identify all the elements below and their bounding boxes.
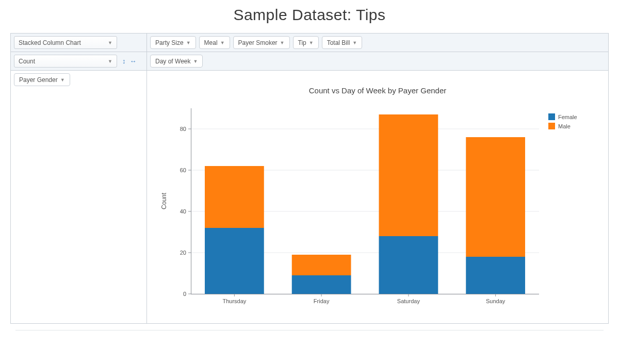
row-field-label: Day of Week (155, 58, 190, 65)
series-field-pill[interactable]: Payer Gender ▼ (14, 73, 70, 86)
svg-text:Sunday: Sunday (486, 298, 506, 304)
chevron-down-icon: ▼ (352, 40, 357, 45)
row-fields-area[interactable]: Day of Week ▼ (147, 52, 608, 71)
legend: FemaleMale (548, 113, 577, 129)
column-field-pill[interactable]: Meal▼ (199, 36, 230, 49)
pivot-ui: Stacked Column Chart ▼ Party Size▼Meal▼P… (10, 33, 609, 324)
chart-area: Count vs Day of Week by Payer Gender 020… (147, 71, 608, 323)
svg-text:0: 0 (183, 291, 186, 297)
svg-text:Female: Female (558, 114, 577, 120)
chevron-down-icon: ▼ (108, 40, 112, 45)
bar-segment (466, 137, 525, 257)
chevron-down-icon: ▼ (220, 40, 225, 45)
svg-rect-28 (548, 123, 555, 129)
svg-text:60: 60 (180, 167, 186, 173)
column-field-label: Payer Smoker (238, 39, 278, 46)
row-field-pill[interactable]: Day of Week ▼ (150, 55, 203, 68)
column-field-pill[interactable]: Tip▼ (293, 36, 319, 49)
column-field-label: Total Bill (327, 39, 350, 46)
sort-horizontal-icon[interactable]: ↔ (130, 57, 137, 65)
svg-text:Male: Male (558, 123, 571, 129)
column-fields-area[interactable]: Party Size▼Meal▼Payer Smoker▼Tip▼Total B… (147, 34, 608, 52)
bar-segment (466, 257, 525, 294)
chevron-down-icon: ▼ (186, 40, 191, 45)
stacked-bar-chart: 020406080CountThursdayFridaySaturdaySund… (147, 98, 606, 315)
svg-text:Count: Count (160, 192, 168, 209)
sort-controls: ↕ ↔ (122, 57, 137, 65)
column-field-label: Party Size (155, 39, 184, 46)
column-field-label: Meal (204, 39, 218, 46)
chart-title: Count vs Day of Week by Payer Gender (147, 71, 608, 98)
cell-aggregator: Count ▼ ↕ ↔ (11, 52, 147, 71)
svg-text:20: 20 (180, 250, 186, 256)
cell-chart-type: Stacked Column Chart ▼ (11, 34, 147, 52)
svg-text:80: 80 (180, 126, 186, 132)
svg-text:Friday: Friday (314, 298, 330, 304)
divider (15, 330, 604, 330)
svg-text:Saturday: Saturday (397, 298, 420, 304)
sort-vertical-icon[interactable]: ↕ (122, 57, 126, 65)
bar-segment (292, 275, 351, 294)
chart-type-select[interactable]: Stacked Column Chart ▼ (14, 36, 117, 49)
svg-rect-26 (548, 113, 555, 120)
aggregator-value: Count (19, 58, 35, 65)
aggregator-select[interactable]: Count ▼ (14, 55, 117, 68)
series-fields-area[interactable]: Payer Gender ▼ (11, 71, 147, 323)
chart-cell: Count vs Day of Week by Payer Gender 020… (147, 71, 608, 323)
chevron-down-icon: ▼ (280, 40, 285, 45)
column-field-label: Tip (298, 39, 306, 46)
bar-segment (205, 166, 264, 228)
bar-segment (292, 255, 351, 275)
chevron-down-icon: ▼ (108, 59, 112, 64)
chevron-down-icon: ▼ (309, 40, 314, 45)
svg-text:Thursday: Thursday (222, 298, 246, 304)
svg-text:40: 40 (180, 208, 186, 214)
bar-segment (379, 236, 438, 294)
series-field-label: Payer Gender (19, 76, 58, 84)
column-field-pill[interactable]: Total Bill▼ (322, 36, 363, 49)
column-field-pill[interactable]: Party Size▼ (150, 36, 196, 49)
bar-segment (205, 228, 264, 294)
bar-segment (379, 114, 438, 236)
chevron-down-icon: ▼ (60, 77, 65, 82)
column-field-pill[interactable]: Payer Smoker▼ (233, 36, 290, 49)
page-title: Sample Dataset: Tips (0, 0, 619, 33)
chevron-down-icon: ▼ (193, 59, 198, 64)
chart-type-value: Stacked Column Chart (19, 39, 81, 46)
